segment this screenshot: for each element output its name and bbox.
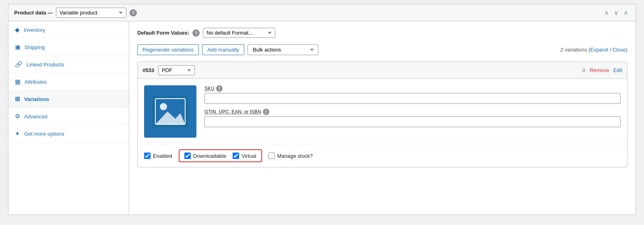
collapse-up-button[interactable]: ∧ (603, 8, 611, 17)
virtual-label: Virtual (242, 153, 256, 159)
enabled-checkbox-label[interactable]: Enabled (144, 153, 172, 159)
sidebar-item-shipping[interactable]: ▣ Shipping (8, 39, 129, 56)
header-controls: ∧ ∨ ∧ (603, 8, 630, 17)
variations-info: 2 variations (Expand / Close) (560, 47, 627, 53)
add-manually-button[interactable]: Add manually (202, 44, 244, 55)
variation-body: SKU ? GTIN, UPC, EAN, or ISBN ? (138, 79, 627, 144)
variation-remove-link[interactable]: Remove (590, 67, 609, 73)
product-data-body: ◆ Inventory ▣ Shipping 🔗 Linked Products… (8, 21, 636, 215)
gtin-field-row: GTIN, UPC, EAN, or ISBN ? (204, 109, 621, 127)
enabled-checkbox[interactable] (144, 153, 151, 159)
variation-header-actions: ≡ Remove Edit (582, 67, 622, 74)
sidebar-item-attributes[interactable]: ▦ Attributes (8, 73, 129, 91)
collapse-button[interactable]: ∧ (622, 8, 630, 17)
linked-products-icon: 🔗 (15, 61, 23, 68)
manage-stock-label: Manage stock? (277, 153, 313, 159)
product-data-title: Product data — (14, 10, 53, 16)
sidebar-item-variations-label: Variations (24, 96, 49, 102)
virtual-checkbox-label[interactable]: Virtual (233, 153, 256, 159)
sidebar-item-advanced[interactable]: ⚙ Advanced (8, 108, 129, 125)
variation-number: #533 (142, 67, 154, 73)
sidebar-item-inventory-label: Inventory (24, 27, 45, 33)
gtin-input[interactable] (204, 116, 621, 127)
downloadable-virtual-group: Downloadable Virtual (179, 149, 262, 162)
header-left: Product data — Variable product Simple p… (14, 8, 137, 18)
variation-menu-icon[interactable]: ≡ (582, 67, 586, 74)
sidebar-item-get-more-options-label: Get more options (24, 131, 64, 137)
sidebar: ◆ Inventory ▣ Shipping 🔗 Linked Products… (8, 21, 129, 215)
sku-label: SKU ? (204, 85, 621, 92)
virtual-checkbox[interactable] (233, 153, 239, 159)
gtin-label: GTIN, UPC, EAN, or ISBN ? (204, 109, 621, 115)
collapse-down-button[interactable]: ∨ (612, 8, 620, 17)
sidebar-item-variations[interactable]: ⊞ Variations (8, 91, 129, 108)
sidebar-item-advanced-label: Advanced (24, 114, 47, 120)
manage-stock-checkbox[interactable] (268, 153, 275, 159)
downloadable-checkbox-label[interactable]: Downloadable (184, 153, 226, 159)
downloadable-label: Downloadable (193, 153, 226, 159)
product-data-panel: Product data — Variable product Simple p… (8, 4, 636, 215)
regenerate-variations-button[interactable]: Regenerate variations (137, 44, 199, 55)
bulk-actions-select[interactable]: Bulk actions Set regular prices Toggle "… (248, 44, 318, 55)
sidebar-item-linked-products-label: Linked Products (27, 62, 64, 68)
sku-input[interactable] (204, 93, 621, 104)
default-form-label: Default Form Values: (137, 30, 189, 36)
product-type-help-icon[interactable]: ? (130, 9, 137, 17)
svg-point-2 (160, 103, 167, 110)
close-link[interactable]: Close (612, 47, 625, 53)
sku-field-row: SKU ? (204, 85, 621, 104)
variations-icon: ⊞ (15, 95, 20, 103)
advanced-icon: ⚙ (15, 113, 20, 120)
variation-footer: Enabled Downloadable Virtual (138, 144, 627, 167)
get-more-options-icon: ✦ (15, 130, 20, 137)
default-form-select[interactable]: No default Format... PDF (203, 28, 275, 38)
variation-fields: SKU ? GTIN, UPC, EAN, or ISBN ? (204, 85, 621, 138)
default-form-row: Default Form Values: ? No default Format… (137, 28, 627, 38)
variation-edit-link[interactable]: Edit (613, 67, 622, 73)
downloadable-checkbox[interactable] (184, 153, 191, 159)
variation-row: #533 PDF Any PDF ≡ Remove Edit (137, 62, 627, 167)
variation-attr-select[interactable]: PDF Any PDF (158, 65, 195, 75)
sidebar-item-shipping-label: Shipping (25, 44, 45, 50)
product-data-header: Product data — Variable product Simple p… (8, 4, 636, 21)
sku-help-icon[interactable]: ? (216, 85, 223, 92)
expand-link[interactable]: Expand (590, 47, 608, 53)
attributes-icon: ▦ (15, 78, 21, 85)
product-type-select[interactable]: Variable product Simple product Grouped … (56, 8, 126, 18)
default-form-help-icon[interactable]: ? (192, 29, 200, 37)
variation-image-svg (152, 95, 188, 128)
variations-count: 2 variations (560, 47, 587, 53)
inventory-icon: ◆ (15, 26, 20, 33)
main-content: Default Form Values: ? No default Format… (129, 21, 636, 215)
gtin-help-icon[interactable]: ? (263, 109, 269, 115)
manage-stock-checkbox-label[interactable]: Manage stock? (268, 153, 313, 159)
enabled-label: Enabled (153, 153, 172, 159)
shipping-icon: ▣ (15, 43, 21, 51)
sidebar-item-attributes-label: Attributes (25, 79, 47, 85)
variation-image[interactable] (144, 85, 196, 138)
variation-header: #533 PDF Any PDF ≡ Remove Edit (138, 62, 627, 79)
actions-row: Regenerate variations Add manually Bulk … (137, 44, 627, 55)
sidebar-item-get-more-options[interactable]: ✦ Get more options (8, 125, 129, 142)
sidebar-item-inventory[interactable]: ◆ Inventory (8, 21, 129, 39)
sidebar-item-linked-products[interactable]: 🔗 Linked Products (8, 56, 129, 73)
